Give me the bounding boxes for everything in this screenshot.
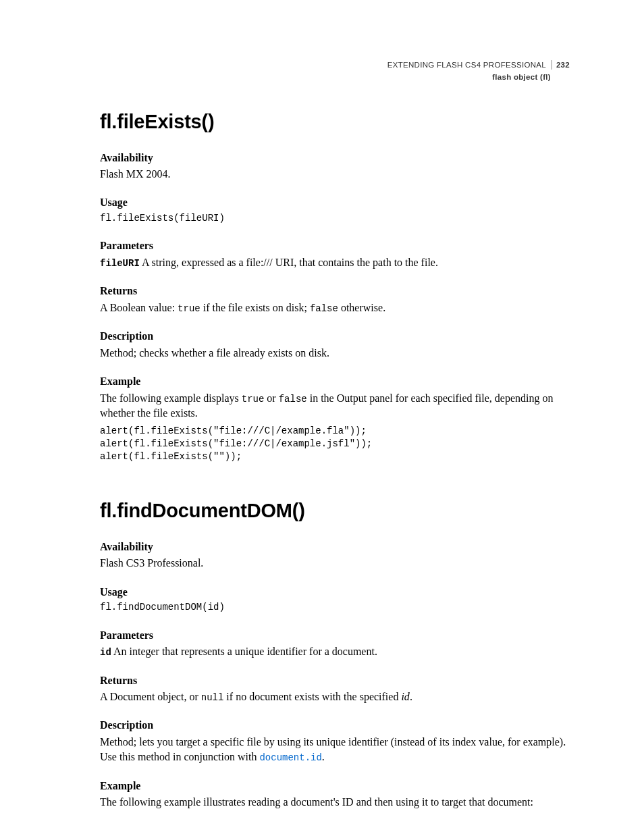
returns-code-null: null (201, 692, 224, 703)
parameter-row: fileURI A string, expressed as a file://… (100, 255, 570, 271)
parameters-label: Parameters (100, 238, 570, 253)
returns-text-2: A Document object, or null if no documen… (100, 689, 570, 705)
returns-pre-2: A Document object, or (100, 691, 201, 702)
example-intro-mid: or (264, 392, 278, 404)
returns-code-true: true (178, 303, 200, 314)
param-name-fileuri: fileURI (100, 258, 140, 269)
returns-post-2: . (410, 691, 412, 702)
returns-post: otherwise. (338, 302, 385, 313)
parameter-row-2: id An integer that represents a unique i… (100, 644, 570, 660)
param-name-id: id (100, 647, 111, 658)
example-intro: The following example displays true or f… (100, 391, 570, 421)
returns-mid: if the file exists on disk; (200, 302, 310, 313)
returns-ital-id: id (401, 691, 409, 702)
param-desc: A string, expressed as a file:/// URI, t… (140, 257, 438, 268)
description-label-2: Description (100, 718, 570, 733)
availability-label: Availability (100, 151, 570, 165)
method-title-fileexists: fl.fileExists() (100, 108, 570, 136)
page-container: EXTENDING FLASH CS4 PROFESSIONAL 232 fla… (0, 0, 644, 834)
usage-label: Usage (100, 195, 570, 210)
example-code-block: alert(fl.fileExists("file:///C|/example.… (100, 425, 570, 463)
header-divider (552, 60, 552, 70)
returns-label: Returns (100, 284, 570, 298)
description-label: Description (100, 329, 570, 344)
example-label-2: Example (100, 779, 570, 793)
usage-label-2: Usage (100, 585, 570, 600)
description-pre-2: Method; lets you target a specific file … (100, 736, 566, 762)
example-intro-code-false: false (279, 394, 307, 405)
description-post-2: . (322, 751, 325, 762)
availability-text: Flash MX 2004. (100, 167, 570, 182)
returns-label-2: Returns (100, 673, 570, 688)
example-label: Example (100, 374, 570, 389)
chapter-title: flash object (fl) (387, 72, 570, 82)
header-line-1: EXTENDING FLASH CS4 PROFESSIONAL 232 (387, 59, 570, 70)
availability-label-2: Availability (100, 540, 570, 554)
usage-code: fl.fileExists(fileURI) (100, 212, 570, 226)
link-document-id[interactable]: document.id (259, 752, 321, 763)
page-number: 232 (555, 59, 570, 70)
method-title-finddocumentdom: fl.findDocumentDOM() (100, 497, 570, 525)
example-intro-2: The following example illustrates readin… (100, 795, 570, 810)
usage-code-2: fl.findDocumentDOM(id) (100, 601, 570, 615)
description-text: Method; checks whether a file already ex… (100, 346, 570, 361)
returns-text: A Boolean value: true if the file exists… (100, 301, 570, 316)
description-text-2: Method; lets you target a specific file … (100, 735, 570, 765)
returns-code-false: false (310, 303, 338, 314)
parameters-label-2: Parameters (100, 628, 570, 643)
returns-mid-2: if no document exists with the specified (223, 691, 401, 702)
returns-pre: A Boolean value: (100, 302, 178, 313)
example-intro-code-true: true (242, 394, 265, 405)
param-desc-2: An integer that represents a unique iden… (111, 646, 377, 657)
availability-text-2: Flash CS3 Professional. (100, 556, 570, 571)
book-title: EXTENDING FLASH CS4 PROFESSIONAL (387, 59, 550, 70)
example-intro-pre: The following example displays (100, 392, 242, 404)
running-header: EXTENDING FLASH CS4 PROFESSIONAL 232 fla… (387, 59, 570, 82)
